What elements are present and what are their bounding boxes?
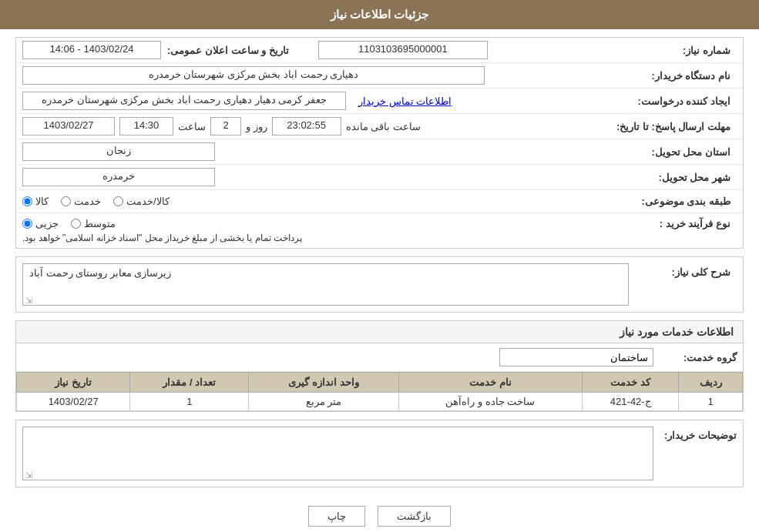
city-value-wrapper: خرمدره <box>22 168 629 186</box>
creator-row: ایجاد کننده درخواست: اطلاعات تماس خریدار… <box>16 89 743 114</box>
group-input[interactable] <box>499 348 653 366</box>
city-label: شهر محل تحویل: <box>629 172 737 183</box>
category-khedmat-kala-radio[interactable] <box>113 196 123 206</box>
days-input: 2 <box>210 117 241 136</box>
back-button[interactable]: بازگشت <box>378 506 451 527</box>
creator-value-wrapper: اطلاعات تماس خریدار جعفر کرمی دهیار دهیا… <box>22 92 629 110</box>
cell-unit: متر مربع <box>249 393 398 411</box>
process-options-wrapper: متوسط جزیی پرداخت تمام یا بخشی از مبلغ خ… <box>22 218 629 243</box>
number-label: شماره نیاز: <box>629 45 737 56</box>
category-option-khedmat[interactable]: خدمت <box>61 196 101 207</box>
cell-code: ج-42-421 <box>583 393 679 411</box>
buyer-input: دهیاری رحمت اباد بخش مرکزی شهرستان خرمدر… <box>22 66 485 85</box>
process-motavaset-radio[interactable] <box>71 219 81 229</box>
buyer-notes-label: توضیحات خریدار: <box>660 427 737 441</box>
col-name: نام خدمت <box>398 373 582 393</box>
announce-wrapper: تاریخ و ساعت اعلان عمومی: 1403/02/24 - 1… <box>22 41 295 59</box>
category-option-khedmat-kala[interactable]: کالا/خدمت <box>113 196 170 207</box>
category-row: طبقه بندی موضوعی: کالا/خدمت خدمت کالا <box>16 190 743 213</box>
table-header: ردیف کد خدمت نام خدمت واحد اندازه گیری ت… <box>17 373 743 393</box>
resize-handle[interactable]: ⇲ <box>25 296 32 303</box>
city-row: شهر محل تحویل: خرمدره <box>16 165 743 190</box>
description-section: شرح کلی نیاز: زیرسازی معابر روستای رحمت … <box>15 256 744 313</box>
buyer-notes-textarea-wrapper: ⇲ <box>22 427 653 480</box>
services-table: ردیف کد خدمت نام خدمت واحد اندازه گیری ت… <box>16 372 743 411</box>
services-section: اطلاعات خدمات مورد نیاز گروه خدمت: ردیف … <box>15 320 744 412</box>
group-label: گروه خدمت: <box>660 352 737 363</box>
creator-input: جعفر کرمی دهیار دهیاری رحمت اباد بخش مرک… <box>22 92 346 110</box>
deadline-value-wrapper: ساعت باقی مانده 23:02:55 روز و 2 ساعت 14… <box>22 117 616 136</box>
contact-link[interactable]: اطلاعات تماس خریدار <box>358 95 452 107</box>
group-row: گروه خدمت: <box>16 343 743 372</box>
cell-quantity: 1 <box>130 393 249 411</box>
process-radio-group: متوسط جزیی <box>22 218 116 229</box>
col-date: تاریخ نیاز <box>17 373 130 393</box>
province-row: استان محل تحویل: زنجان <box>16 139 743 165</box>
process-jozi-radio[interactable] <box>22 219 32 229</box>
cell-row: 1 <box>679 393 743 411</box>
creator-label: ایجاد کننده درخواست: <box>629 95 737 107</box>
category-kala-label: کالا <box>35 196 49 207</box>
page-title: جزئیات اطلاعات نیاز <box>0 0 759 29</box>
notes-resize-handle[interactable]: ⇲ <box>25 470 32 478</box>
province-input: زنجان <box>22 142 215 161</box>
table-body: 1ج-42-421ساخت جاده و راه‌آهنمتر مربع1140… <box>17 393 743 411</box>
col-unit: واحد اندازه گیری <box>249 373 398 393</box>
process-row: نوع فرآیند خرید : متوسط جزیی پرداخت تمام… <box>16 213 743 248</box>
table-row: 1ج-42-421ساخت جاده و راه‌آهنمتر مربع1140… <box>17 393 743 411</box>
col-qty: تعداد / مقدار <box>130 373 249 393</box>
deadline-label: مهلت ارسال پاسخ: تا تاریخ: <box>616 121 737 132</box>
deadline-row: مهلت ارسال پاسخ: تا تاریخ: ساعت باقی مان… <box>16 114 743 139</box>
buyer-value-wrapper: دهیاری رحمت اباد بخش مرکزی شهرستان خرمدر… <box>22 66 629 85</box>
city-input: خرمدره <box>22 168 215 186</box>
cell-name: ساخت جاده و راه‌آهن <box>398 393 582 411</box>
process-option-motavaset[interactable]: متوسط <box>71 218 116 229</box>
description-area: شرح کلی نیاز: زیرسازی معابر روستای رحمت … <box>16 257 743 312</box>
main-info-section: شماره نیاز: 1103103695000001 تاریخ و ساع… <box>15 37 744 249</box>
date-input: 1403/02/27 <box>22 117 115 136</box>
category-khedmat-label: خدمت <box>74 196 101 207</box>
services-header: اطلاعات خدمات مورد نیاز <box>15 320 744 343</box>
category-label: طبقه بندی موضوعی: <box>629 196 737 207</box>
cell-date: 1403/02/27 <box>17 393 130 411</box>
buyer-label: نام دستگاه خریدار: <box>629 70 737 82</box>
process-label: نوع فرآیند خرید : <box>629 218 737 229</box>
print-button[interactable]: چاپ <box>308 506 365 527</box>
number-value-wrapper: 1103103695000001 <box>318 41 629 59</box>
description-value: زیرسازی معابر روستای رحمت آباد <box>29 267 171 279</box>
time-label: ساعت <box>178 121 206 132</box>
province-value-wrapper: زنجان <box>22 142 629 161</box>
category-option-kala[interactable]: کالا <box>22 196 49 207</box>
days-label: روز و <box>246 121 267 132</box>
buttons-row: بازگشت چاپ <box>15 495 744 532</box>
category-khedmat-radio[interactable] <box>61 196 71 206</box>
remaining-input: 23:02:55 <box>272 117 341 136</box>
description-label: شرح کلی نیاز: <box>629 263 737 278</box>
col-code: کد خدمت <box>583 373 679 393</box>
province-label: استان محل تحویل: <box>629 146 737 158</box>
buyer-notes-input[interactable] <box>23 427 653 477</box>
process-motavaset-label: متوسط <box>84 218 116 229</box>
group-value-wrapper <box>22 348 660 366</box>
category-kala-radio[interactable] <box>22 196 32 206</box>
date-time-group: ساعت باقی مانده 23:02:55 روز و 2 ساعت 14… <box>22 117 421 136</box>
category-khedmat-kala-label: کالا/خدمت <box>126 196 170 207</box>
col-row: ردیف <box>679 373 743 393</box>
process-jozi-label: جزیی <box>35 218 59 229</box>
process-option-jozi[interactable]: جزیی <box>22 218 59 229</box>
number-input: 1103103695000001 <box>318 41 488 59</box>
remaining-label: ساعت باقی مانده <box>346 121 421 132</box>
announce-input: 1403/02/24 - 14:06 <box>22 41 161 59</box>
number-row: شماره نیاز: 1103103695000001 تاریخ و ساع… <box>16 38 743 63</box>
category-radio-group: کالا/خدمت خدمت کالا <box>22 196 170 207</box>
process-note: پرداخت تمام یا بخشی از مبلغ خریداز محل "… <box>22 233 302 243</box>
time-input: 14:30 <box>119 117 173 136</box>
announce-label: تاریخ و ساعت اعلان عمومی: <box>167 45 295 56</box>
services-content: گروه خدمت: ردیف کد خدمت نام خدمت واحد ان… <box>15 343 744 412</box>
category-options-wrapper: کالا/خدمت خدمت کالا <box>22 196 629 207</box>
buyer-notes-section: توضیحات خریدار: ⇲ <box>15 420 744 487</box>
buyer-row: نام دستگاه خریدار: دهیاری رحمت اباد بخش … <box>16 63 743 89</box>
description-text: زیرسازی معابر روستای رحمت آباد ⇲ <box>22 263 629 306</box>
